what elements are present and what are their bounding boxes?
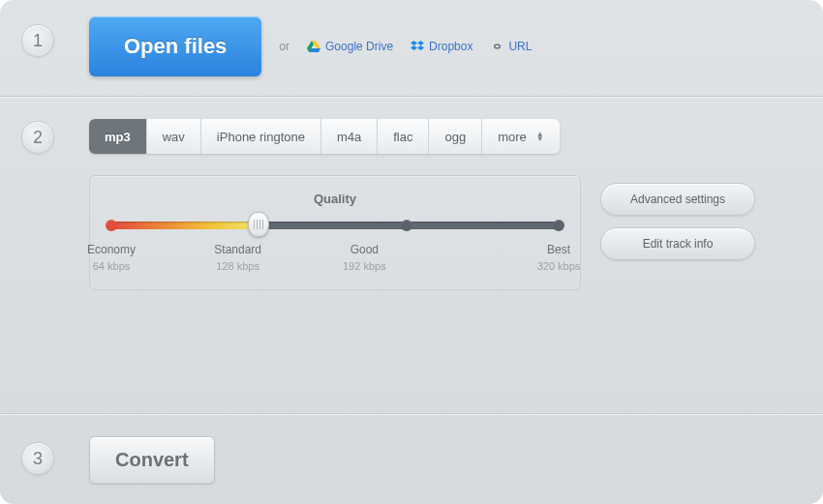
source-label: Google Drive (325, 40, 393, 53)
svg-marker-4 (417, 41, 424, 45)
source-google-drive[interactable]: Google Drive (307, 40, 393, 53)
quality-slider[interactable] (111, 222, 559, 229)
format-tab-wav[interactable]: wav (147, 119, 201, 154)
format-tabs: mp3 wav iPhone ringtone m4a flac ogg mor… (89, 119, 560, 154)
slider-tick-best (553, 220, 564, 231)
audio-converter-app: 1 Open files or Google Drive Dropbox (0, 0, 823, 504)
quality-labels: Economy 64 kbps Standard 128 kbps Good 1… (111, 243, 559, 272)
slider-tick-good (401, 220, 412, 231)
edit-track-info-button[interactable]: Edit track info (600, 227, 755, 260)
svg-marker-5 (411, 45, 417, 50)
svg-marker-3 (411, 41, 417, 45)
quality-rate: 320 kbps (525, 260, 593, 272)
step-number: 2 (21, 121, 54, 154)
quality-name: Economy (87, 243, 136, 256)
open-row: Open files or Google Drive Dropbox URL (0, 0, 823, 76)
source-dropbox[interactable]: Dropbox (411, 40, 472, 53)
step-open-files: 1 Open files or Google Drive Dropbox (0, 0, 823, 97)
step-convert: 3 Convert (0, 414, 823, 503)
source-label: URL (508, 40, 532, 53)
format-tab-iphone-ringtone[interactable]: iPhone ringtone (201, 119, 321, 154)
format-tab-flac[interactable]: flac (378, 119, 429, 154)
step-number: 1 (21, 24, 54, 57)
slider-tick-economy (106, 220, 117, 231)
format-more-label: more (498, 130, 527, 144)
quality-rate: 192 kbps (330, 260, 398, 272)
quality-name: Best (547, 243, 570, 256)
advanced-settings-button[interactable]: Advanced settings (600, 183, 755, 216)
step-format-quality: 2 mp3 wav iPhone ringtone m4a flac ogg m… (0, 97, 823, 414)
quality-name: Good (351, 243, 379, 256)
source-label: Dropbox (429, 40, 472, 53)
svg-marker-6 (417, 45, 424, 50)
open-files-button[interactable]: Open files (89, 16, 261, 76)
format-tab-m4a[interactable]: m4a (321, 119, 378, 154)
quality-label-economy: Economy 64 kbps (77, 243, 145, 272)
slider-handle[interactable] (248, 212, 269, 237)
quality-name: Standard (214, 243, 261, 256)
step-number: 3 (21, 442, 54, 475)
format-tab-ogg[interactable]: ogg (429, 119, 482, 154)
or-label: or (279, 40, 290, 53)
convert-button[interactable]: Convert (89, 436, 215, 484)
format-tabs-row: mp3 wav iPhone ringtone m4a flac ogg mor… (0, 98, 823, 154)
source-url[interactable]: URL (490, 40, 532, 53)
svg-marker-2 (309, 48, 320, 52)
up-down-icon: ▲▼ (536, 132, 544, 141)
quality-label-standard: Standard 128 kbps (204, 243, 272, 272)
quality-label-good: Good 192 kbps (330, 243, 398, 272)
format-tab-mp3[interactable]: mp3 (89, 119, 147, 154)
google-drive-icon (307, 41, 320, 52)
dropbox-icon (411, 41, 424, 52)
link-icon (490, 41, 503, 52)
format-tab-more[interactable]: more ▲▼ (482, 119, 560, 154)
quality-label-best: Best 320 kbps (525, 243, 593, 272)
quality-rate: 64 kbps (77, 260, 145, 272)
quality-title: Quality (111, 192, 559, 206)
side-buttons: Advanced settings Edit track info (600, 183, 755, 260)
quality-rate: 128 kbps (204, 260, 272, 272)
quality-panel: Quality Economy 64 kbps Standard 128 kbp… (89, 175, 581, 290)
